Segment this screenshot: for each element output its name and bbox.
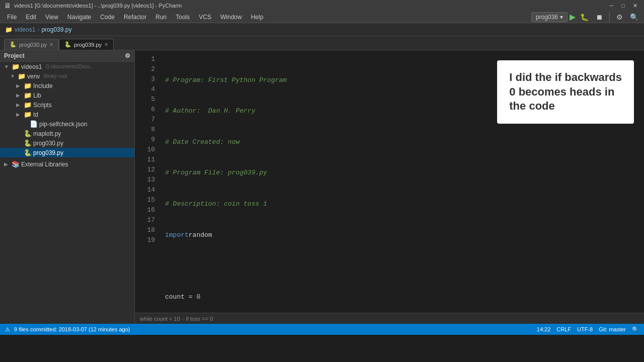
stop-button[interactable]: ⏹ bbox=[593, 12, 605, 23]
status-right: 14:22 CRLF UTF-8 Git: master 🔍 bbox=[537, 326, 639, 333]
title-text: videos1 [G:\documents\videos1] - ..\prog… bbox=[14, 3, 182, 9]
file-pip-icon: 📄 bbox=[30, 120, 38, 128]
code-line-8: count = 0 bbox=[163, 292, 644, 302]
folder-lib-icon: 📁 bbox=[24, 92, 32, 99]
tab-prog039-close[interactable]: ✕ bbox=[104, 42, 108, 47]
tree-external-libs[interactable]: ▶ 📚 External Libraries bbox=[0, 159, 134, 169]
external-libs-icon: 📚 bbox=[12, 160, 20, 168]
status-warning-icon: ⚠ bbox=[5, 326, 10, 333]
tree-pip-selfcheck[interactable]: ▶ 📄 pip-selfcheck.json bbox=[0, 119, 134, 129]
menu-window[interactable]: Window bbox=[216, 13, 246, 22]
tab-prog030-icon: 🐍 bbox=[10, 41, 17, 48]
sidebar-gear-icon[interactable]: ⚙ bbox=[125, 52, 130, 59]
line-numbers: 12345 678910 1112131415 16171819 bbox=[135, 50, 159, 313]
tab-prog039-icon: 🐍 bbox=[64, 41, 71, 48]
chevron-down-icon: ▾ bbox=[560, 14, 563, 21]
run-button[interactable]: ▶ bbox=[570, 12, 576, 22]
sidebar: Project ⚙ ▼ 📁 videos1 G:\documents\Docu.… bbox=[0, 50, 135, 324]
breadcrumb-project[interactable]: videos1 bbox=[15, 26, 35, 33]
tree-expand-venv-icon: ▼ bbox=[10, 73, 16, 79]
app-icon: 🖥 bbox=[4, 2, 11, 10]
tree-maplott[interactable]: ▶ 🐍 maplott.py bbox=[0, 129, 134, 138]
menu-code[interactable]: Code bbox=[96, 13, 119, 22]
menu-tools[interactable]: Tools bbox=[172, 13, 194, 22]
main-area: Project ⚙ ▼ 📁 videos1 G:\documents\Docu.… bbox=[0, 50, 644, 324]
code-comment-1: # Program: First Python Program bbox=[165, 75, 287, 85]
code-line-7 bbox=[163, 261, 644, 271]
debug-button[interactable]: 🐛 bbox=[578, 12, 591, 23]
annotation-line1: I did the if backwards bbox=[509, 70, 622, 85]
tree-label-include: Include bbox=[33, 82, 53, 89]
menu-file[interactable]: File bbox=[3, 13, 21, 22]
tree-prog039[interactable]: ▶ 🐍 prog039.py bbox=[0, 148, 134, 157]
tab-prog030-close[interactable]: ✕ bbox=[49, 42, 53, 47]
window-controls[interactable]: ─ □ ✕ bbox=[607, 3, 640, 9]
tree-prog030[interactable]: ▶ 🐍 prog030.py bbox=[0, 138, 134, 148]
status-line-ending[interactable]: CRLF bbox=[556, 326, 571, 332]
sidebar-header: Project ⚙ bbox=[0, 50, 134, 62]
run-config-dropdown[interactable]: prog036 ▾ bbox=[531, 12, 568, 22]
annotation-line2: 0 becomes heads in bbox=[509, 85, 622, 100]
context-while: while count < 10 bbox=[140, 316, 180, 322]
annotation-line3: the code bbox=[509, 99, 622, 114]
tree-td[interactable]: ▶ 📁 td bbox=[0, 110, 134, 119]
breadcrumb-file[interactable]: prog039.py bbox=[41, 26, 71, 33]
folder-icon: 📁 bbox=[12, 63, 20, 70]
tab-prog039[interactable]: 🐍 prog039.py ✕ bbox=[59, 39, 114, 50]
tree-label-lib: Lib bbox=[33, 92, 41, 99]
tree-expand-td-icon: ▶ bbox=[16, 112, 22, 117]
code-comment-5: # Description: coin toss 1 bbox=[165, 199, 267, 209]
tree-scripts[interactable]: ▶ 📁 Scripts bbox=[0, 100, 134, 110]
menu-help[interactable]: Help bbox=[247, 13, 268, 22]
editor: 12345 678910 1112131415 16171819 # Progr… bbox=[135, 50, 644, 324]
code-comment-4: # Program File: prog039.py bbox=[165, 168, 267, 178]
editor-tabs: 🐍 prog030.py ✕ 🐍 prog039.py ✕ bbox=[0, 36, 644, 50]
minimize-button[interactable]: ─ bbox=[607, 3, 616, 9]
annotation-bubble: I did the if backwards 0 becomes heads i… bbox=[497, 60, 634, 124]
menu-vcs[interactable]: VCS bbox=[195, 13, 215, 22]
breadcrumb-sep1: › bbox=[37, 26, 39, 33]
tree-label-pip: pip-selfcheck.json bbox=[39, 121, 87, 128]
menu-edit[interactable]: Edit bbox=[22, 13, 40, 22]
status-branch[interactable]: Git: master bbox=[599, 326, 626, 332]
status-encoding[interactable]: UTF-8 bbox=[577, 326, 593, 332]
tree-label-external: External Libraries bbox=[21, 161, 68, 168]
maximize-button[interactable]: □ bbox=[619, 3, 627, 9]
menu-run[interactable]: Run bbox=[151, 13, 171, 22]
context-arrow-icon: › bbox=[182, 316, 184, 322]
breadcrumb: 📁 videos1 › prog039.py bbox=[0, 23, 644, 36]
tree-label-venv: venv bbox=[27, 73, 40, 80]
code-line-5: # Description: coin toss 1 bbox=[163, 199, 644, 209]
folder-scripts-icon: 📁 bbox=[24, 101, 32, 109]
title-bar: 🖥 videos1 [G:\documents\videos1] - ..\pr… bbox=[0, 0, 644, 11]
keyword-import: import bbox=[165, 230, 189, 240]
tree-venv-info: library root bbox=[43, 73, 67, 79]
module-random: random bbox=[189, 230, 212, 240]
settings-button[interactable]: ⚙ bbox=[614, 12, 625, 23]
tree-lib[interactable]: ▶ 📁 Lib bbox=[0, 90, 134, 100]
context-if: if toss == 0 bbox=[186, 316, 213, 322]
menu-refactor[interactable]: Refactor bbox=[120, 13, 150, 22]
status-bar: ⚠ 9 files committed: 2018-03-07 (12 minu… bbox=[0, 324, 644, 335]
status-git-info: 9 files committed: 2018-03-07 (12 minute… bbox=[14, 326, 130, 332]
folder-venv-icon: 📁 bbox=[18, 72, 26, 80]
tree-label-scripts: Scripts bbox=[33, 102, 52, 109]
search-everywhere-button[interactable]: 🔍 bbox=[627, 12, 641, 23]
file-maplott-icon: 🐍 bbox=[24, 130, 32, 137]
menu-view[interactable]: View bbox=[41, 13, 62, 22]
tree-venv[interactable]: ▼ 📁 venv library root bbox=[0, 71, 134, 81]
tree-videos1[interactable]: ▼ 📁 videos1 G:\documents\Docu... bbox=[0, 62, 134, 71]
menu-navigate[interactable]: Navigate bbox=[63, 13, 95, 22]
code-line-6: import random bbox=[163, 230, 644, 240]
tree-include[interactable]: ▶ 📁 Include bbox=[0, 81, 134, 90]
tab-prog030[interactable]: 🐍 prog030.py ✕ bbox=[4, 39, 59, 50]
code-line-4: # Program File: prog039.py bbox=[163, 168, 644, 178]
folder-td-icon: 📁 bbox=[24, 111, 32, 118]
tree-path-videos1: G:\documents\Docu... bbox=[45, 64, 94, 69]
close-button[interactable]: ✕ bbox=[630, 3, 640, 9]
run-config-label: prog036 bbox=[536, 14, 558, 21]
status-search-icon[interactable]: 🔍 bbox=[632, 326, 639, 333]
tree-label-maplott: maplott.py bbox=[33, 130, 61, 137]
status-position[interactable]: 14:22 bbox=[537, 326, 551, 332]
var-count: count = bbox=[165, 292, 196, 302]
